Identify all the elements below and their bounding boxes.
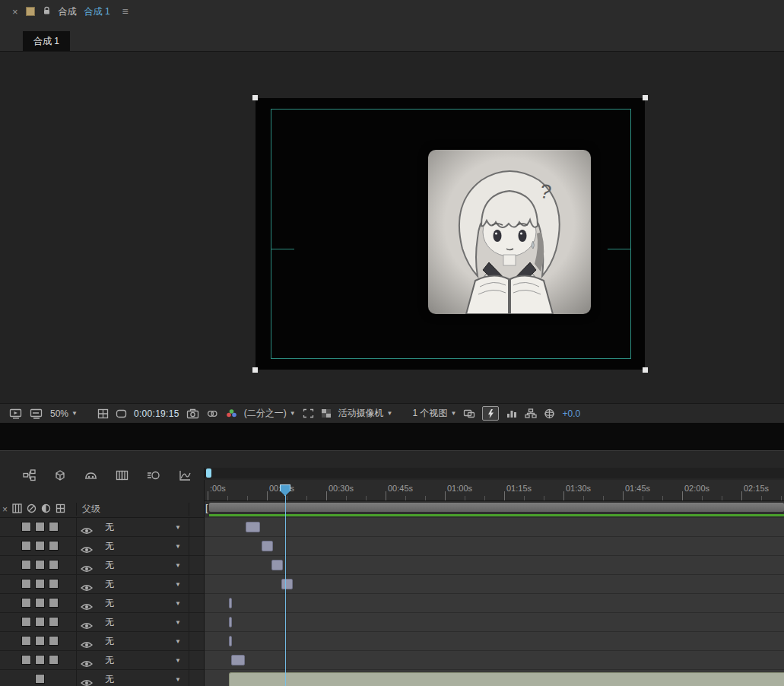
track-row[interactable] xyxy=(205,594,784,613)
parent-dropdown[interactable]: 无▼ xyxy=(102,616,186,629)
draft-3d-icon[interactable] xyxy=(54,469,66,481)
layer-row[interactable]: 无▼ xyxy=(0,651,204,670)
layer-row[interactable]: 无▼ xyxy=(0,518,204,537)
viewer-area[interactable]: ? xyxy=(0,52,784,403)
layer-bar[interactable] xyxy=(246,522,260,532)
parent-dropdown[interactable]: 无▼ xyxy=(102,673,186,686)
frame-column-icon[interactable] xyxy=(12,503,22,516)
shy-layers-icon[interactable] xyxy=(84,469,97,481)
corner-handle[interactable] xyxy=(252,367,258,373)
eye-icon[interactable] xyxy=(81,562,93,576)
eye-icon[interactable] xyxy=(81,543,93,557)
parent-dropdown[interactable]: 无▼ xyxy=(102,521,186,534)
lock-icon[interactable] xyxy=(43,6,51,17)
layer-bar[interactable] xyxy=(229,636,232,646)
parent-dropdown[interactable]: 无▼ xyxy=(102,559,186,572)
time-navigator[interactable] xyxy=(204,468,784,478)
layer-bar[interactable] xyxy=(271,560,283,570)
eye-icon[interactable] xyxy=(81,676,93,686)
layer-switch-chips[interactable] xyxy=(21,655,59,665)
layer-bar[interactable] xyxy=(229,672,784,686)
layer-row[interactable]: 无▼ xyxy=(0,594,204,613)
frame-blending-icon[interactable] xyxy=(116,469,129,481)
transparency-grid-icon[interactable] xyxy=(321,408,332,418)
exposure-value[interactable]: +0.0 xyxy=(562,408,580,419)
mask-visibility-icon[interactable] xyxy=(116,408,127,419)
parent-dropdown[interactable]: 无▼ xyxy=(102,635,186,648)
layer-bar[interactable] xyxy=(231,655,245,665)
eye-icon[interactable] xyxy=(81,581,93,595)
layer-bar[interactable] xyxy=(281,579,293,589)
eye-icon[interactable] xyxy=(81,638,93,652)
layer-row[interactable]: 无▼ xyxy=(0,613,204,632)
eye-icon[interactable] xyxy=(81,657,93,671)
region-of-interest-icon[interactable] xyxy=(303,408,314,418)
time-ruler[interactable]: :00s 00:15s 00:30s 00:45s 01:00s 01:15s … xyxy=(204,480,784,501)
corner-handle[interactable] xyxy=(643,95,648,100)
layer-artwork[interactable]: ? xyxy=(428,150,591,314)
view-layout-select[interactable]: 1 个视图 ▼ xyxy=(413,407,457,420)
primary-viewer-icon[interactable] xyxy=(30,408,43,419)
work-area-bar[interactable] xyxy=(209,503,784,512)
track-row[interactable] xyxy=(205,670,784,686)
active-camera-select[interactable]: 活动摄像机 ▼ xyxy=(338,407,393,420)
corner-handle[interactable] xyxy=(643,367,648,373)
track-row[interactable] xyxy=(205,632,784,651)
motion-blur-icon[interactable] xyxy=(147,469,160,481)
show-snapshot-icon[interactable] xyxy=(206,408,218,419)
parent-dropdown[interactable]: 无▼ xyxy=(102,597,186,610)
fast-previews-button[interactable] xyxy=(482,406,499,421)
layer-bar[interactable] xyxy=(229,598,232,608)
grid-guides-icon[interactable] xyxy=(97,408,109,419)
track-row[interactable] xyxy=(205,556,784,575)
layer-row[interactable]: 无▼ xyxy=(0,632,204,651)
layer-switch-chips[interactable] xyxy=(21,598,59,608)
magnification-select[interactable]: 50% ▼ xyxy=(50,408,78,419)
eye-icon[interactable] xyxy=(81,524,93,538)
eye-icon[interactable] xyxy=(81,600,93,614)
layer-switch-chips[interactable] xyxy=(21,522,59,532)
track-row[interactable] xyxy=(205,575,784,594)
layer-row[interactable]: 无▼ xyxy=(0,537,204,556)
work-area-start-bracket[interactable]: [ xyxy=(205,502,208,513)
lock-column-icon[interactable] xyxy=(56,503,65,516)
tab-composition-1[interactable]: 合成 1 xyxy=(23,31,70,51)
show-channel-icon[interactable] xyxy=(225,408,237,418)
reset-exposure-icon[interactable] xyxy=(544,408,555,419)
layer-bar[interactable] xyxy=(262,541,273,551)
layer-bar[interactable] xyxy=(229,617,232,627)
layer-switch-chips[interactable] xyxy=(21,541,59,551)
parent-dropdown[interactable]: 无▼ xyxy=(102,540,186,553)
comp-mini-flowchart-icon[interactable] xyxy=(23,469,36,481)
track-row[interactable] xyxy=(205,613,784,632)
parent-column-header[interactable]: 父级 xyxy=(82,503,100,516)
corner-handle[interactable] xyxy=(252,95,258,100)
timeline-button-icon[interactable] xyxy=(506,408,518,418)
audio-column-icon[interactable] xyxy=(27,503,37,516)
close-icon[interactable]: × xyxy=(2,504,8,515)
snapshot-icon[interactable] xyxy=(186,408,199,419)
track-area[interactable] xyxy=(204,518,784,686)
graph-editor-icon[interactable] xyxy=(179,469,192,481)
layer-row[interactable]: 无▼ xyxy=(0,670,204,686)
track-row[interactable] xyxy=(205,537,784,556)
track-row[interactable] xyxy=(205,651,784,670)
track-row[interactable] xyxy=(205,518,784,537)
parent-dropdown[interactable]: 无▼ xyxy=(102,578,186,591)
layer-switch-chips[interactable] xyxy=(21,617,59,627)
flowchart-button-icon[interactable] xyxy=(525,408,537,418)
layer-row[interactable]: 无▼ xyxy=(0,575,204,594)
navigator-start-handle[interactable] xyxy=(206,468,211,478)
solo-column-icon[interactable] xyxy=(41,503,51,516)
layer-row[interactable]: 无▼ xyxy=(0,556,204,575)
layer-switch-chips[interactable] xyxy=(21,560,59,570)
current-time-field[interactable]: 0:00:19:15 xyxy=(134,408,179,419)
eye-icon[interactable] xyxy=(81,619,93,633)
layer-switch-chips[interactable] xyxy=(21,674,59,684)
parent-dropdown[interactable]: 无▼ xyxy=(102,654,186,667)
panel-menu-icon[interactable]: ≡ xyxy=(122,5,129,17)
close-panel-button[interactable]: × xyxy=(12,6,18,17)
always-preview-icon[interactable] xyxy=(9,408,23,419)
share-view-icon[interactable] xyxy=(463,408,475,419)
layer-switch-chips[interactable] xyxy=(21,579,59,589)
